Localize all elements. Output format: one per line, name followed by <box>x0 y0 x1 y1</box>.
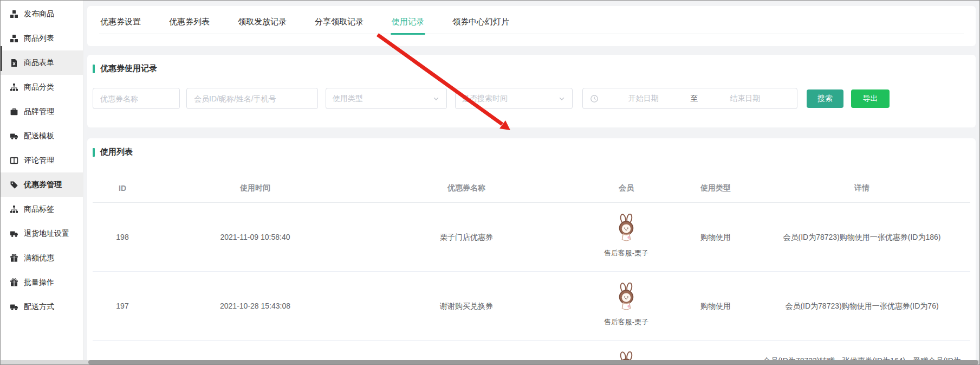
use-type-placeholder: 使用类型 <box>333 94 363 104</box>
sidebar: 发布商品商品列表商品表单商品分类品牌管理配送模板评论管理优惠券管理商品标签退货地… <box>1 1 83 364</box>
tag-icon <box>10 181 18 189</box>
filter-section-title: 优惠券使用记录 <box>93 63 969 74</box>
cell-member: 售后客服-栗子 <box>575 203 678 272</box>
section-accent-bar <box>93 65 95 73</box>
sidebar-item-label: 评论管理 <box>24 156 54 165</box>
member-search-input[interactable] <box>186 88 318 109</box>
chevron-down-icon <box>558 95 566 103</box>
sidebar-item-label: 满额优惠 <box>24 253 54 263</box>
table-row: 1982021-11-09 10:58:40栗子门店优惠券售后客服-栗子购物使用… <box>93 203 970 272</box>
member-cell: 售后客服-栗子 <box>578 214 674 260</box>
member-name: 售后客服-栗子 <box>604 246 648 260</box>
sidebar-item-label: 商品列表 <box>24 34 54 43</box>
sidebar-item-2[interactable]: 商品表单 <box>1 50 83 75</box>
gift-icon <box>10 278 18 287</box>
columns-icon <box>10 156 18 165</box>
cell-id: 197 <box>93 272 152 341</box>
sidebar-item-8[interactable]: 商品标签 <box>1 197 83 221</box>
filter-title-text: 优惠券使用记录 <box>100 63 157 74</box>
sidebar-item-label: 退货地址设置 <box>24 229 69 239</box>
cell-detail: 会员(ID为78723)购物使用一张优惠券(ID为76) <box>754 272 970 341</box>
sitemap-icon <box>10 205 18 214</box>
sidebar-item-7[interactable]: 优惠券管理 <box>1 172 83 197</box>
sidebar-item-label: 品牌管理 <box>24 107 54 117</box>
date-separator: 至 <box>689 94 700 104</box>
table-header-row: ID使用时间优惠券名称会员使用类型详情 <box>93 174 970 203</box>
sidebar-item-3[interactable]: 商品分类 <box>1 75 83 99</box>
date-range-picker[interactable]: 开始日期 至 结束日期 <box>582 88 797 109</box>
tab-3[interactable]: 分享领取记录 <box>314 9 365 34</box>
export-button[interactable]: 导出 <box>851 89 890 108</box>
tab-5[interactable]: 领券中心幻灯片 <box>451 9 510 34</box>
tab-4[interactable]: 使用记录 <box>391 9 425 34</box>
cell-time: 2021-11-09 10:58:40 <box>152 203 358 272</box>
cubes-icon <box>10 34 18 43</box>
section-accent-bar <box>93 148 95 157</box>
file-excel-icon <box>10 59 18 67</box>
sidebar-item-12[interactable]: 配送方式 <box>1 294 83 319</box>
clock-icon <box>590 94 599 103</box>
sidebar-item-10[interactable]: 满额优惠 <box>1 246 83 270</box>
sidebar-item-label: 优惠券管理 <box>24 180 62 190</box>
sitemap-icon <box>10 83 18 92</box>
cell-coupon: 栗子门店优惠券 <box>358 203 575 272</box>
sidebar-item-label: 商品分类 <box>24 82 54 92</box>
column-header: 使用类型 <box>678 174 754 203</box>
cell-type: 购物使用 <box>678 272 754 341</box>
list-section-title: 使用列表 <box>93 147 970 157</box>
sidebar-item-label: 发布商品 <box>24 9 54 19</box>
member-name: 售后客服-栗子 <box>604 315 648 329</box>
sidebar-item-label: 商品标签 <box>24 204 54 214</box>
sidebar-item-9[interactable]: 退货地址设置 <box>1 221 83 246</box>
scrollbar-thumb[interactable] <box>88 360 978 364</box>
sidebar-item-label: 配送方式 <box>24 302 54 312</box>
briefcase-icon <box>10 107 18 116</box>
start-date-field[interactable]: 开始日期 <box>599 94 689 104</box>
sidebar-item-6[interactable]: 评论管理 <box>1 148 83 172</box>
tab-2[interactable]: 领取发放记录 <box>237 9 288 34</box>
cell-type: 购物使用 <box>678 203 754 272</box>
sidebar-item-1[interactable]: 商品列表 <box>1 26 83 50</box>
list-title-text: 使用列表 <box>100 147 133 157</box>
search-button[interactable]: 搜索 <box>807 89 843 108</box>
list-card: 使用列表 ID使用时间优惠券名称会员使用类型详情 1982021-11-09 1… <box>87 138 976 364</box>
rabbit-avatar <box>614 214 638 245</box>
time-search-placeholder: 是否搜索时间 <box>462 94 508 104</box>
sidebar-item-11[interactable]: 批量操作 <box>1 270 83 294</box>
column-header: ID <box>93 174 152 203</box>
sidebar-item-0[interactable]: 发布商品 <box>1 2 83 26</box>
cell-time: 2021-10-28 15:43:08 <box>152 272 358 341</box>
app-window: 发布商品商品列表商品表单商品分类品牌管理配送模板评论管理优惠券管理商品标签退货地… <box>0 0 980 365</box>
end-date-field[interactable]: 结束日期 <box>700 94 790 104</box>
sidebar-item-label: 配送模板 <box>24 131 54 141</box>
table-row: 1972021-10-28 15:43:08谢谢购买兑换券售后客服-栗子购物使用… <box>93 272 970 341</box>
member-cell: 售后客服-栗子 <box>578 283 674 329</box>
coupon-name-input[interactable] <box>93 88 180 109</box>
cell-id: 198 <box>93 203 152 272</box>
tab-0[interactable]: 优惠券设置 <box>99 9 142 34</box>
column-header: 会员 <box>575 174 678 203</box>
horizontal-scrollbar[interactable] <box>1 360 979 364</box>
time-search-select[interactable]: 是否搜索时间 <box>455 88 573 109</box>
gift-icon <box>10 254 18 262</box>
sidebar-item-5[interactable]: 配送模板 <box>1 124 83 148</box>
cell-member: 售后客服-栗子 <box>575 272 678 341</box>
use-type-select[interactable]: 使用类型 <box>326 88 447 109</box>
column-header: 使用时间 <box>152 174 358 203</box>
tab-1[interactable]: 优惠券列表 <box>168 9 211 34</box>
truck-icon <box>10 132 18 140</box>
main-content: 优惠券设置优惠券列表领取发放记录分享领取记录使用记录领券中心幻灯片 优惠券使用记… <box>83 1 980 364</box>
sidebar-scrollbar-thumb[interactable] <box>1 46 2 71</box>
chevron-down-icon <box>432 95 440 103</box>
cell-coupon: 谢谢购买兑换券 <box>358 272 575 341</box>
cubes-icon <box>10 10 18 18</box>
tabs-nav: 优惠券设置优惠券列表领取发放记录分享领取记录使用记录领券中心幻灯片 <box>99 9 964 34</box>
cell-detail: 会员(ID为78723)购物使用一张优惠券(ID为186) <box>754 203 970 272</box>
rabbit-avatar <box>614 283 638 313</box>
truck-icon <box>10 303 18 311</box>
sidebar-item-4[interactable]: 品牌管理 <box>1 99 83 124</box>
sidebar-item-label: 商品表单 <box>24 58 54 68</box>
column-header: 优惠券名称 <box>358 174 575 203</box>
truck-icon <box>10 229 18 238</box>
filter-row: 使用类型 是否搜索时间 开始日期 至 结束日期 搜索 导出 <box>93 88 969 109</box>
